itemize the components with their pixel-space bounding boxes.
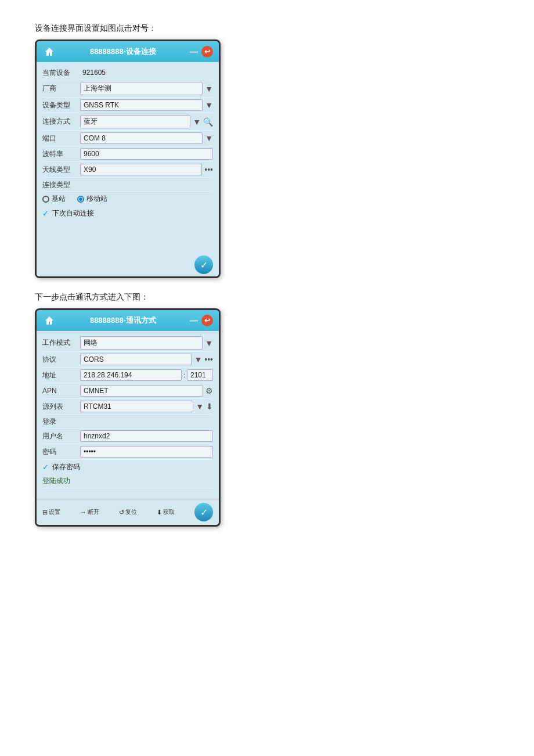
radio-base-label: 基站 bbox=[52, 194, 66, 204]
dots-icon-antenna[interactable]: ••• bbox=[204, 165, 213, 174]
dropdown-icon-port[interactable]: ▼ bbox=[205, 134, 213, 143]
screen1-header-icons: — ↩ bbox=[190, 46, 213, 57]
auto-connect-row[interactable]: ✓ 下次自动连接 bbox=[42, 206, 213, 221]
value-password[interactable]: ••••• bbox=[80, 446, 213, 458]
value-source-list[interactable]: RTCM31 bbox=[80, 401, 193, 412]
field-vendor: 厂商 上海华测 ▼ bbox=[42, 80, 213, 98]
radio-mobile-station[interactable]: 移动站 bbox=[77, 194, 107, 204]
svg-marker-0 bbox=[45, 48, 53, 56]
screen1-footer: ✓ bbox=[37, 253, 219, 276]
minimize-icon[interactable]: — bbox=[190, 47, 198, 56]
field-baud-rate: 波特率 9600 bbox=[42, 146, 213, 162]
radio-base-station[interactable]: 基站 bbox=[42, 194, 66, 204]
field-work-mode: 工作模式 网络 ▼ bbox=[42, 334, 213, 352]
field-antenna-type: 天线类型 X90 ••• bbox=[42, 162, 213, 178]
confirm-button-screen1[interactable]: ✓ bbox=[194, 255, 213, 274]
value-antenna-type[interactable]: X90 bbox=[80, 164, 202, 175]
disconnect-label: 断开 bbox=[88, 508, 99, 516]
disconnect-icon: → bbox=[80, 509, 86, 516]
value-baud-rate[interactable]: 9600 bbox=[80, 148, 213, 160]
dropdown-icon-work-mode[interactable]: ▼ bbox=[205, 339, 213, 348]
screen1-title: 88888888-设备连接 bbox=[56, 46, 190, 57]
settings-icon: ⊞ bbox=[42, 509, 48, 516]
label-current-device: 当前设备 bbox=[42, 68, 80, 78]
confirm-button-screen2[interactable]: ✓ bbox=[194, 503, 213, 521]
field-current-device: 当前设备 921605 bbox=[42, 66, 213, 80]
value-port[interactable]: COM 8 bbox=[80, 132, 203, 144]
value-address[interactable]: 218.28.246.194 bbox=[80, 369, 182, 381]
screen2-header: 88888888-通讯方式 — ↩ bbox=[37, 310, 219, 331]
screen2-title: 88888888-通讯方式 bbox=[56, 315, 190, 326]
dropdown-icon-vendor[interactable]: ▼ bbox=[205, 84, 213, 93]
toolbar-reset[interactable]: ↺ 复位 bbox=[119, 508, 137, 516]
home-icon-2[interactable] bbox=[42, 314, 56, 327]
label-protocol: 协议 bbox=[42, 355, 80, 365]
value-vendor[interactable]: 上海华测 bbox=[80, 82, 203, 95]
instruction-1: 设备连接界面设置如图点击对号： bbox=[35, 23, 499, 34]
search-icon[interactable]: 🔍 bbox=[203, 117, 213, 127]
svg-marker-1 bbox=[45, 316, 53, 325]
dropdown-icon-device-type[interactable]: ▼ bbox=[205, 100, 213, 110]
field-address: 地址 218.28.246.194 : 2101 bbox=[42, 368, 213, 383]
value-work-mode[interactable]: 网络 bbox=[80, 336, 203, 350]
back-icon[interactable]: ↩ bbox=[201, 46, 213, 57]
back-icon-2[interactable]: ↩ bbox=[201, 315, 213, 326]
save-password-label: 保存密码 bbox=[52, 462, 80, 472]
value-current-device: 921605 bbox=[80, 67, 213, 78]
field-protocol: 协议 CORS ▼ ••• bbox=[42, 352, 213, 368]
screen2-body: 工作模式 网络 ▼ 协议 CORS ▼ ••• 地址 218.28.246.19… bbox=[37, 331, 219, 499]
save-password-check[interactable]: ✓ bbox=[42, 463, 49, 471]
field-connection-mode: 连接方式 蓝牙 ▼ 🔍 bbox=[42, 113, 213, 131]
label-password: 密码 bbox=[42, 447, 80, 457]
label-work-mode: 工作模式 bbox=[42, 338, 80, 348]
dropdown-icon-connection-mode[interactable]: ▼ bbox=[193, 117, 201, 127]
radio-base-circle[interactable] bbox=[42, 196, 49, 203]
gear-icon[interactable]: ⚙ bbox=[205, 386, 213, 395]
label-antenna-type: 天线类型 bbox=[42, 165, 80, 175]
radio-connection-type: 基站 移动站 bbox=[42, 192, 213, 206]
label-device-type: 设备类型 bbox=[42, 100, 80, 110]
label-vendor: 厂商 bbox=[42, 84, 80, 93]
dropdown-icon-protocol[interactable]: ▼ bbox=[194, 355, 202, 364]
value-port-number[interactable]: 2101 bbox=[187, 369, 213, 381]
instruction-2: 下一步点击通讯方式进入下图： bbox=[35, 292, 499, 303]
field-source-list: 源列表 RTCM31 ▼ ⬇ bbox=[42, 399, 213, 415]
auto-connect-label: 下次自动连接 bbox=[52, 208, 94, 218]
dropdown-icon-source-list[interactable]: ▼ bbox=[196, 402, 204, 411]
label-username: 用户名 bbox=[42, 431, 80, 441]
label-source-list: 源列表 bbox=[42, 402, 80, 412]
field-apn: APN CMNET ⚙ bbox=[42, 383, 213, 399]
radio-mobile-label: 移动站 bbox=[86, 194, 107, 204]
value-apn[interactable]: CMNET bbox=[80, 385, 203, 397]
field-device-type: 设备类型 GNSS RTK ▼ bbox=[42, 98, 213, 113]
screen1-body: 当前设备 921605 厂商 上海华测 ▼ 设备类型 GNSS RTK ▼ 连接… bbox=[37, 62, 219, 253]
login-section-label: 登录 bbox=[42, 415, 213, 429]
screen2-toolbar: ⊞ 设置 → 断开 ↺ 复位 ⬇ 获取 ✓ bbox=[37, 499, 219, 525]
toolbar-get[interactable]: ⬇ 获取 bbox=[157, 508, 175, 516]
settings-label: 设置 bbox=[49, 508, 60, 516]
minimize-icon-2[interactable]: — bbox=[190, 316, 198, 325]
value-connection-mode[interactable]: 蓝牙 bbox=[80, 115, 190, 128]
login-status-text: 登陆成功 bbox=[42, 476, 70, 486]
save-password-row[interactable]: ✓ 保存密码 bbox=[42, 460, 213, 474]
field-port: 端口 COM 8 ▼ bbox=[42, 131, 213, 146]
toolbar-settings[interactable]: ⊞ 设置 bbox=[42, 508, 60, 516]
label-baud-rate: 波特率 bbox=[42, 149, 80, 159]
screen2-header-icons: — ↩ bbox=[190, 315, 213, 326]
value-protocol[interactable]: CORS bbox=[80, 354, 192, 365]
auto-connect-check[interactable]: ✓ bbox=[42, 209, 49, 218]
radio-mobile-circle[interactable] bbox=[77, 196, 84, 203]
dots-icon-protocol[interactable]: ••• bbox=[204, 355, 213, 364]
reset-label: 复位 bbox=[125, 508, 137, 516]
label-connection-mode: 连接方式 bbox=[42, 117, 80, 127]
home-icon[interactable] bbox=[42, 45, 56, 59]
field-username: 用户名 hnznxd2 bbox=[42, 429, 213, 444]
label-connection-type-section: 连接类型 bbox=[42, 178, 213, 192]
get-label: 获取 bbox=[163, 508, 175, 516]
label-port: 端口 bbox=[42, 134, 80, 143]
value-device-type[interactable]: GNSS RTK bbox=[80, 99, 203, 111]
device-screen-1: 88888888-设备连接 — ↩ 当前设备 921605 厂商 上海华测 ▼ … bbox=[35, 39, 221, 278]
toolbar-disconnect[interactable]: → 断开 bbox=[80, 508, 99, 516]
download-icon[interactable]: ⬇ bbox=[206, 402, 213, 411]
value-username[interactable]: hnznxd2 bbox=[80, 430, 213, 442]
